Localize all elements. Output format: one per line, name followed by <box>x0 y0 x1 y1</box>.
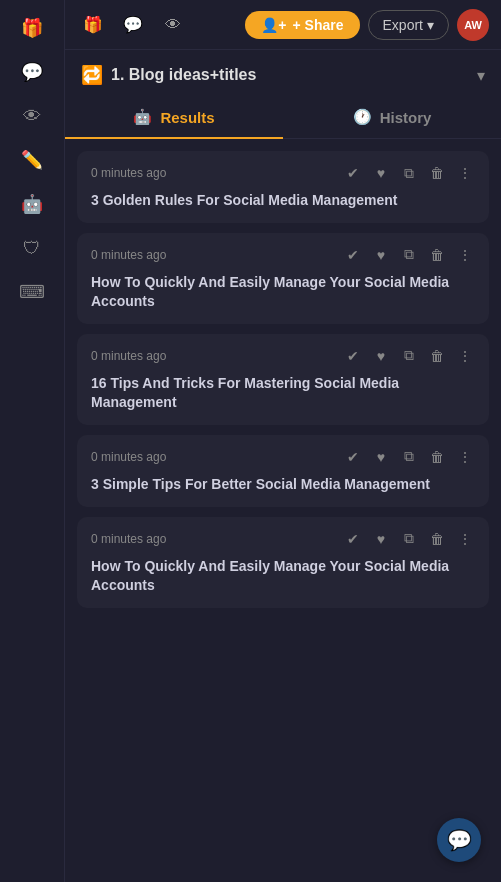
tab-history[interactable]: 🕐 History <box>283 96 501 138</box>
check-icon-2[interactable]: ✔ <box>343 346 363 366</box>
card-header-0: 0 minutes ago ✔ ♥ ⧉ 🗑 ⋮ <box>91 163 475 183</box>
copy-icon-2[interactable]: ⧉ <box>399 346 419 366</box>
sidebar-icon-gift[interactable]: 🎁 <box>12 8 52 48</box>
copy-icon-3[interactable]: ⧉ <box>399 447 419 467</box>
chat-bubble-icon: 💬 <box>447 828 472 852</box>
share-icon: 👤+ <box>261 17 286 33</box>
card-title-2: 16 Tips And Tricks For Mastering Social … <box>91 374 475 413</box>
sidebar-top: 🎁 💬 👁 ✏️ 🤖 🛡 ⌨ <box>0 0 64 312</box>
sidebar: 🎁 💬 👁 ✏️ 🤖 🛡 ⌨ <box>0 0 65 882</box>
check-icon-4[interactable]: ✔ <box>343 529 363 549</box>
card-header-1: 0 minutes ago ✔ ♥ ⧉ 🗑 ⋮ <box>91 245 475 265</box>
results-tab-icon: 🤖 <box>133 108 152 126</box>
section-name: Blog ideas+titles <box>129 66 257 83</box>
sidebar-icon-chat[interactable]: 💬 <box>12 52 52 92</box>
delete-icon-2[interactable]: 🗑 <box>427 346 447 366</box>
card-header-2: 0 minutes ago ✔ ♥ ⧉ 🗑 ⋮ <box>91 346 475 366</box>
delete-icon-3[interactable]: 🗑 <box>427 447 447 467</box>
more-icon-0[interactable]: ⋮ <box>455 163 475 183</box>
share-label: + Share <box>293 17 344 33</box>
heart-icon-3[interactable]: ♥ <box>371 447 391 467</box>
more-icon-4[interactable]: ⋮ <box>455 529 475 549</box>
chat-icon-top[interactable]: 💬 <box>117 9 149 41</box>
copy-icon-1[interactable]: ⧉ <box>399 245 419 265</box>
export-label: Export <box>383 17 423 33</box>
card-title-1: How To Quickly And Easily Manage Your So… <box>91 273 475 312</box>
copy-icon-4[interactable]: ⧉ <box>399 529 419 549</box>
check-icon-3[interactable]: ✔ <box>343 447 363 467</box>
more-icon-3[interactable]: ⋮ <box>455 447 475 467</box>
check-icon-1[interactable]: ✔ <box>343 245 363 265</box>
result-card-4: 0 minutes ago ✔ ♥ ⧉ 🗑 ⋮ How To Quickly A… <box>77 517 489 608</box>
eye-icon-top[interactable]: 👁 <box>157 9 189 41</box>
avatar[interactable]: AW <box>457 9 489 41</box>
check-icon-0[interactable]: ✔ <box>343 163 363 183</box>
card-header-4: 0 minutes ago ✔ ♥ ⧉ 🗑 ⋮ <box>91 529 475 549</box>
chat-bubble[interactable]: 💬 <box>437 818 481 862</box>
sidebar-icon-eye[interactable]: 👁 <box>12 96 52 136</box>
card-actions-4: ✔ ♥ ⧉ 🗑 ⋮ <box>343 529 475 549</box>
copy-icon-0[interactable]: ⧉ <box>399 163 419 183</box>
topbar: 🎁 💬 👁 👤+ + Share Export ▾ AW <box>65 0 501 50</box>
sidebar-icon-shield[interactable]: 🛡 <box>12 228 52 268</box>
delete-icon-0[interactable]: 🗑 <box>427 163 447 183</box>
heart-icon-1[interactable]: ♥ <box>371 245 391 265</box>
card-title-4: How To Quickly And Easily Manage Your So… <box>91 557 475 596</box>
sidebar-icon-pencil[interactable]: ✏️ <box>12 140 52 180</box>
section-header: 🔁 1. Blog ideas+titles ▾ <box>65 50 501 96</box>
card-actions-2: ✔ ♥ ⧉ 🗑 ⋮ <box>343 346 475 366</box>
card-time-3: 0 minutes ago <box>91 450 166 464</box>
topbar-left: 🎁 💬 👁 <box>77 9 189 41</box>
result-card-1: 0 minutes ago ✔ ♥ ⧉ 🗑 ⋮ How To Quickly A… <box>77 233 489 324</box>
heart-icon-0[interactable]: ♥ <box>371 163 391 183</box>
card-header-3: 0 minutes ago ✔ ♥ ⧉ 🗑 ⋮ <box>91 447 475 467</box>
delete-icon-1[interactable]: 🗑 <box>427 245 447 265</box>
card-actions-3: ✔ ♥ ⧉ 🗑 ⋮ <box>343 447 475 467</box>
card-time-4: 0 minutes ago <box>91 532 166 546</box>
card-title-0: 3 Golden Rules For Social Media Manageme… <box>91 191 475 211</box>
results-tab-label: Results <box>160 109 214 126</box>
cards-container: 0 minutes ago ✔ ♥ ⧉ 🗑 ⋮ 3 Golden Rules F… <box>65 139 501 620</box>
result-card-2: 0 minutes ago ✔ ♥ ⧉ 🗑 ⋮ 16 Tips And Tric… <box>77 334 489 425</box>
tab-results[interactable]: 🤖 Results <box>65 96 283 138</box>
section-icon: 🔁 <box>81 64 103 86</box>
card-time-1: 0 minutes ago <box>91 248 166 262</box>
heart-icon-2[interactable]: ♥ <box>371 346 391 366</box>
section-title: 🔁 1. Blog ideas+titles <box>81 64 256 86</box>
delete-icon-4[interactable]: 🗑 <box>427 529 447 549</box>
card-time-2: 0 minutes ago <box>91 349 166 363</box>
result-card-3: 0 minutes ago ✔ ♥ ⧉ 🗑 ⋮ 3 Simple Tips Fo… <box>77 435 489 507</box>
section-chevron-icon[interactable]: ▾ <box>477 66 485 85</box>
section-number-title: 1. Blog ideas+titles <box>111 66 256 84</box>
sidebar-icon-robot[interactable]: 🤖 <box>12 184 52 224</box>
card-actions-1: ✔ ♥ ⧉ 🗑 ⋮ <box>343 245 475 265</box>
section-number: 1. <box>111 66 124 83</box>
card-time-0: 0 minutes ago <box>91 166 166 180</box>
main-panel: 🎁 💬 👁 👤+ + Share Export ▾ AW 🔁 <box>65 0 501 882</box>
more-icon-1[interactable]: ⋮ <box>455 245 475 265</box>
chevron-down-icon: ▾ <box>427 17 434 33</box>
avatar-initials: AW <box>464 19 482 31</box>
gift-icon-top[interactable]: 🎁 <box>77 9 109 41</box>
content-area: 🔁 1. Blog ideas+titles ▾ 🤖 Results 🕐 His… <box>65 50 501 882</box>
topbar-right: 👤+ + Share Export ▾ AW <box>245 9 489 41</box>
sidebar-icon-keyboard[interactable]: ⌨ <box>12 272 52 312</box>
result-card-0: 0 minutes ago ✔ ♥ ⧉ 🗑 ⋮ 3 Golden Rules F… <box>77 151 489 223</box>
card-title-3: 3 Simple Tips For Better Social Media Ma… <box>91 475 475 495</box>
heart-icon-4[interactable]: ♥ <box>371 529 391 549</box>
tabs-container: 🤖 Results 🕐 History <box>65 96 501 139</box>
history-tab-icon: 🕐 <box>353 108 372 126</box>
more-icon-2[interactable]: ⋮ <box>455 346 475 366</box>
share-button[interactable]: 👤+ + Share <box>245 11 359 39</box>
history-tab-label: History <box>380 109 432 126</box>
export-button[interactable]: Export ▾ <box>368 10 449 40</box>
card-actions-0: ✔ ♥ ⧉ 🗑 ⋮ <box>343 163 475 183</box>
